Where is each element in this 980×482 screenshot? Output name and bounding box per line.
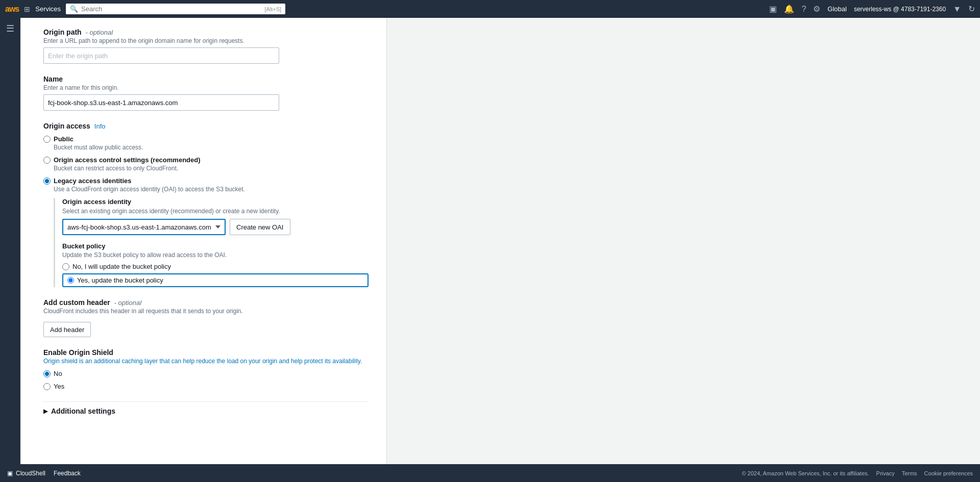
origin-shield-no-row: No: [43, 370, 369, 377]
name-input[interactable]: [43, 94, 279, 111]
name-label: Name: [43, 75, 369, 83]
search-shortcut: [Alt+S]: [264, 6, 281, 12]
origin-path-section: Origin path - optional Enter a URL path …: [43, 28, 369, 64]
radio-public-label: Public: [54, 135, 74, 143]
radio-public-input[interactable]: [43, 136, 51, 143]
terminal-icon[interactable]: ▣: [769, 4, 777, 14]
origin-shield-label: Enable Origin Shield: [43, 348, 369, 357]
bucket-policy-radio-group: No, I will update the bucket policy Yes,…: [62, 263, 369, 287]
sidebar: ☰: [0, 18, 20, 464]
services-nav[interactable]: Services: [35, 5, 61, 13]
copyright-text: © 2024, Amazon Web Services, Inc. or its…: [742, 470, 869, 476]
oai-select-row: aws-fcj-book-shop.s3.us-east-1.amazonaws…: [62, 219, 369, 235]
nav-right: ▣ 🔔 ? ⚙ Global serverless-ws @ 4783-7191…: [769, 4, 975, 14]
radio-oac: Origin access control settings (recommen…: [43, 156, 369, 172]
custom-header-optional: - optional: [114, 299, 141, 307]
origin-shield-section: Enable Origin Shield Origin shield is an…: [43, 348, 369, 390]
cloudshell-label: CloudShell: [16, 470, 45, 477]
feedback-button[interactable]: Feedback: [54, 470, 81, 477]
oai-dropdown[interactable]: aws-fcj-book-shop.s3.us-east-1.amazonaws…: [62, 219, 226, 235]
additional-settings-title: Additional settings: [51, 407, 115, 415]
account-menu[interactable]: serverless-ws @ 4783-7191-2360: [854, 6, 946, 13]
origin-path-optional: - optional: [86, 29, 113, 36]
radio-oac-label: Origin access control settings (recommen…: [54, 156, 201, 164]
privacy-link[interactable]: Privacy: [876, 470, 895, 476]
grid-icon[interactable]: ⊞: [24, 5, 30, 13]
cloudshell-icon: ▣: [7, 470, 13, 477]
origin-access-radio-group: Public Bucket must allow public access. …: [43, 135, 369, 287]
cookie-preferences-link[interactable]: Cookie preferences: [924, 470, 973, 476]
origin-access-section: Origin access Info Public Bucket must al…: [43, 122, 369, 287]
bucket-policy-section: Bucket policy Update the S3 bucket polic…: [62, 242, 369, 287]
radio-oac-input[interactable]: [43, 157, 51, 164]
radio-public-row: Public: [43, 135, 369, 143]
settings-icon[interactable]: ⚙: [813, 4, 820, 14]
create-oai-button[interactable]: Create new OAI: [230, 219, 290, 235]
custom-header-section: Add custom header - optional CloudFront …: [43, 298, 369, 337]
custom-header-label: Add custom header - optional: [43, 298, 369, 307]
additional-settings-accordion[interactable]: ▶ Additional settings: [43, 401, 369, 420]
radio-oac-sublabel: Bucket can restrict access to only Cloud…: [54, 165, 369, 172]
bottom-right: © 2024, Amazon Web Services, Inc. or its…: [742, 470, 973, 476]
aws-logo[interactable]: aws: [5, 5, 19, 14]
origin-shield-yes-row: Yes: [43, 383, 369, 390]
search-input[interactable]: [81, 5, 261, 13]
radio-legacy-label: Legacy access identities: [54, 177, 131, 185]
region-selector[interactable]: Global: [827, 5, 847, 13]
right-panel: [387, 18, 980, 464]
bottom-bar: ▣ CloudShell Feedback © 2024, Amazon Web…: [0, 464, 980, 482]
radio-legacy-row: Legacy access identities: [43, 177, 369, 185]
help-icon[interactable]: ?: [801, 5, 806, 14]
accordion-arrow-icon: ▶: [43, 408, 48, 415]
oai-description: Select an existing origin access identit…: [62, 208, 369, 215]
search-icon: 🔍: [70, 5, 78, 13]
bucket-policy-no-row: No, I will update the bucket policy: [62, 263, 369, 270]
oai-nested-box: Origin access identity Select an existin…: [54, 198, 369, 287]
bell-icon[interactable]: 🔔: [784, 4, 794, 14]
origin-shield-no-input[interactable]: [43, 370, 51, 377]
bucket-policy-yes-label: Yes, update the bucket policy: [77, 276, 163, 284]
radio-legacy-input[interactable]: [43, 177, 51, 185]
custom-header-description: CloudFront includes this header in all r…: [43, 308, 369, 315]
bucket-policy-title: Bucket policy: [62, 242, 369, 250]
origin-access-title: Origin access: [43, 122, 90, 130]
origin-shield-yes-label: Yes: [54, 383, 64, 390]
radio-oac-row: Origin access control settings (recommen…: [43, 156, 369, 164]
origin-path-input[interactable]: [43, 47, 279, 64]
origin-path-label: Origin path - optional: [43, 28, 369, 36]
cloudshell-button[interactable]: ▣ CloudShell: [7, 470, 45, 477]
radio-public-sublabel: Bucket must allow public access.: [54, 144, 369, 151]
oai-title: Origin access identity: [62, 198, 369, 206]
origin-path-description: Enter a URL path to append to the origin…: [43, 37, 369, 44]
bucket-policy-yes-box: Yes, update the bucket policy: [62, 273, 369, 287]
info-link[interactable]: Info: [94, 122, 106, 130]
top-navigation: aws ⊞ Services 🔍 [Alt+S] ▣ 🔔 ? ⚙ Global …: [0, 0, 980, 18]
radio-public: Public Bucket must allow public access.: [43, 135, 369, 151]
main-layout: ☰ Origin path - optional Enter a URL pat…: [0, 18, 980, 464]
origin-access-header: Origin access Info: [43, 122, 369, 130]
bucket-policy-yes-input[interactable]: [67, 277, 74, 284]
origin-shield-no-label: No: [54, 370, 62, 377]
account-arrow-icon: ▼: [953, 5, 961, 14]
search-bar[interactable]: 🔍 [Alt+S]: [66, 4, 285, 14]
origin-shield-yes-input[interactable]: [43, 383, 51, 390]
radio-legacy: Legacy access identities Use a CloudFron…: [43, 177, 369, 287]
refresh-icon[interactable]: ↻: [968, 4, 975, 14]
terms-link[interactable]: Terms: [902, 470, 917, 476]
radio-legacy-sublabel: Use a CloudFront origin access identity …: [54, 186, 369, 193]
sidebar-menu-icon[interactable]: ☰: [6, 23, 14, 34]
bucket-policy-description: Update the S3 bucket policy to allow rea…: [62, 251, 369, 259]
form-panel: Origin path - optional Enter a URL path …: [20, 18, 387, 464]
bucket-policy-no-input[interactable]: [62, 263, 69, 270]
origin-shield-description: Origin shield is an additional caching l…: [43, 358, 369, 365]
bucket-policy-no-label: No, I will update the bucket policy: [72, 263, 171, 270]
origin-shield-radio-group: No Yes: [43, 370, 369, 390]
add-header-button[interactable]: Add header: [43, 322, 91, 337]
content-area: Origin path - optional Enter a URL path …: [20, 18, 980, 464]
name-description: Enter a name for this origin.: [43, 84, 369, 91]
aws-logo-text: aws: [5, 5, 19, 14]
name-section: Name Enter a name for this origin.: [43, 75, 369, 111]
